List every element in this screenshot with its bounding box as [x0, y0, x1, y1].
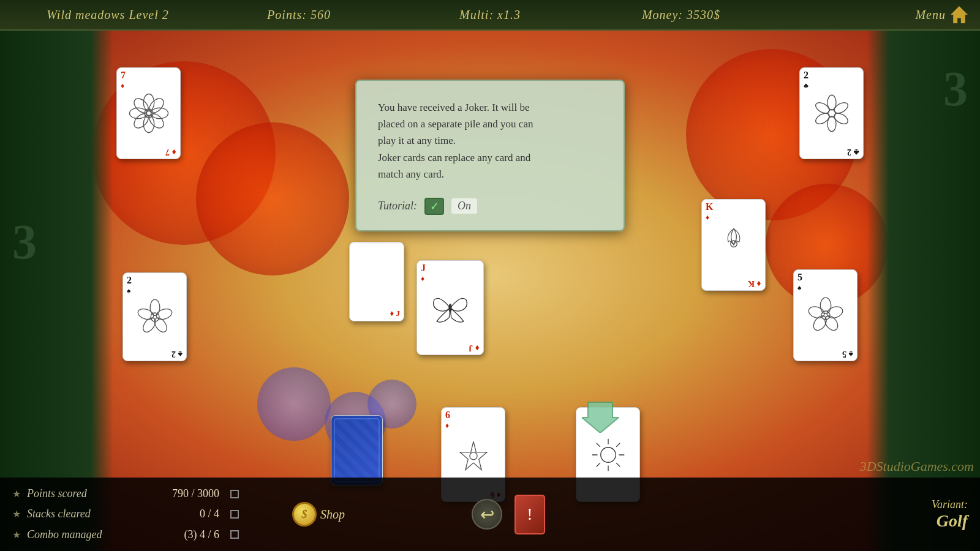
svg-marker-40	[582, 402, 619, 433]
svg-line-36	[596, 443, 600, 446]
bottom-spacer	[631, 478, 858, 551]
svg-point-8	[145, 109, 153, 118]
flower-svg	[127, 92, 170, 135]
card-j-butterfly[interactable]: J♦ ♦ J	[417, 260, 484, 355]
money-display: Money: 3530$	[586, 8, 777, 22]
stacks-checkbox[interactable]	[230, 510, 239, 519]
card-flower-art	[123, 83, 174, 143]
svg-point-30	[469, 452, 477, 459]
card-flower-art	[129, 288, 180, 345]
multi-value: x1.3	[497, 8, 521, 21]
flower-svg	[452, 433, 495, 476]
flower-svg	[134, 296, 176, 339]
svg-point-7	[131, 96, 151, 116]
card-flower-art	[708, 215, 759, 275]
points-scored-label: Points scored	[27, 487, 166, 500]
card-suit-bottom: ♦ J	[469, 343, 480, 352]
variant-panel: Variant: Golf	[858, 478, 980, 551]
side-number-right: 3	[943, 61, 968, 117]
left-panel: 3	[0, 0, 113, 551]
svg-line-37	[616, 443, 620, 446]
card-suit-bottom: ♣ 2	[847, 148, 859, 156]
svg-point-1	[146, 96, 166, 116]
watermark: 3DStudioGames.com	[860, 459, 974, 474]
tutorial-toggle-button[interactable]: ✓	[424, 198, 444, 215]
top-bar: Wild meadows Level 2 Points: 560 Multi: …	[0, 0, 980, 31]
shop-label[interactable]: Shop	[320, 508, 345, 522]
stat-row-combo: ★ Combo managed (3) 4 / 6	[12, 528, 239, 541]
card-suit-bottom: ♦ K	[748, 279, 761, 288]
deal-button[interactable]: !	[514, 495, 545, 534]
card-2-clubs[interactable]: 2♣ ♣ 2	[799, 67, 864, 159]
shop-button[interactable]: $ Shop	[292, 502, 345, 527]
menu-area[interactable]: Menu	[777, 6, 968, 23]
card-k-diamonds[interactable]: K♦ ♦ K	[701, 199, 766, 291]
svg-point-23	[448, 304, 451, 312]
money-label: Money:	[642, 8, 683, 21]
svg-point-5	[131, 111, 151, 130]
checkmark-icon: ✓	[430, 200, 439, 213]
card-suit-bottom: ♠ 2	[172, 350, 183, 358]
tutorial-label: Tutorial:	[378, 200, 417, 212]
svg-point-10	[832, 100, 850, 115]
points-checkbox[interactable]	[230, 490, 239, 498]
tutorial-on-status: On	[451, 198, 477, 214]
bottom-bar: ★ Points scored 790 / 3000 ★ Stacks clea…	[0, 478, 980, 551]
combo-checkbox[interactable]	[230, 530, 239, 539]
svg-point-2	[151, 108, 168, 119]
tutorial-popup: You have received a Joker. It will be pl…	[355, 80, 625, 231]
arrow-indicator	[582, 399, 619, 435]
flower-svg	[712, 223, 755, 266]
flower-svg	[810, 92, 853, 135]
svg-line-39	[616, 463, 620, 467]
card-flower-art	[806, 83, 857, 143]
tutorial-message: You have received a Joker. It will be pl…	[378, 99, 602, 182]
svg-point-4	[143, 116, 154, 133]
card-2-spades[interactable]: 2♠ ♠ 2	[123, 272, 187, 361]
stacks-cleared-value: 0 / 4	[200, 508, 219, 520]
blue-flower-decoration	[257, 367, 331, 441]
home-icon[interactable]	[951, 6, 968, 23]
points-label: Points:	[267, 8, 307, 21]
multi-label: Multi:	[459, 8, 494, 21]
down-arrow-svg	[582, 399, 619, 433]
stat-row-stacks: ★ Stacks cleared 0 / 4	[12, 508, 239, 520]
bottom-actions: $ Shop	[251, 478, 386, 551]
variant-label: Variant:	[932, 498, 968, 511]
card-suit-bottom: ♦ 7	[165, 148, 176, 156]
points-display: Points: 560	[203, 8, 394, 22]
card-5-spades[interactable]: 5♠ ♠ 5	[793, 269, 858, 361]
svg-point-6	[129, 108, 146, 119]
svg-point-15	[827, 110, 835, 117]
level-title: Wild meadows Level 2	[12, 8, 203, 22]
undo-button[interactable]: ↩	[472, 499, 502, 530]
coin-icon: $	[292, 502, 317, 527]
stats-panel: ★ Points scored 790 / 3000 ★ Stacks clea…	[0, 478, 251, 551]
svg-point-31	[600, 447, 616, 462]
tutorial-footer: Tutorial: ✓ On	[378, 198, 602, 215]
joker-card[interactable]	[331, 415, 383, 485]
card-flower-art	[448, 423, 499, 486]
card-7-diamonds[interactable]: 7♦ ♦ 7	[116, 67, 181, 159]
variant-value: Golf	[937, 511, 968, 531]
combo-managed-value: (3) 4 / 6	[184, 528, 220, 541]
points-scored-value: 790 / 3000	[172, 487, 219, 500]
card-butterfly-art	[423, 276, 477, 339]
flower-svg	[804, 294, 847, 337]
svg-point-0	[143, 94, 154, 111]
card-suit-bottom: ♠ 5	[842, 350, 853, 358]
svg-point-13	[813, 111, 831, 126]
svg-point-14	[813, 100, 831, 115]
menu-label[interactable]: Menu	[915, 8, 946, 22]
multi-display: Multi: x1.3	[394, 8, 586, 22]
side-number-left: 3	[12, 214, 37, 270]
card-flower-art	[800, 285, 851, 345]
butterfly-svg	[429, 287, 472, 329]
money-value: 3530$	[687, 8, 720, 21]
points-value: 560	[311, 8, 331, 21]
card-j-diamonds-bottom[interactable]: ♦ J	[349, 242, 404, 321]
star-icon-combo: ★	[12, 529, 21, 541]
stat-row-points: ★ Points scored 790 / 3000	[12, 487, 239, 500]
svg-line-38	[596, 463, 600, 467]
combo-managed-label: Combo managed	[27, 528, 178, 541]
